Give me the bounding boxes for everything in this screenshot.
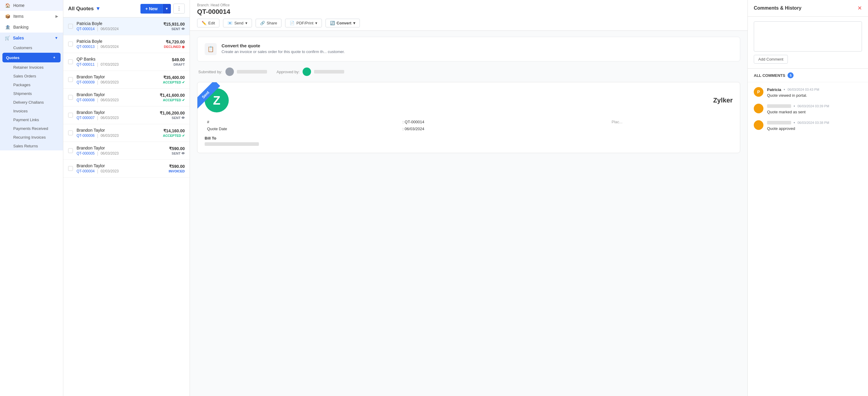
add-comment-button[interactable]: Add Comment	[754, 55, 788, 64]
send-button[interactable]: 📧 Send ▾	[223, 19, 252, 27]
quote-id[interactable]: QT-000011	[76, 62, 95, 67]
row-checkbox[interactable]	[68, 148, 73, 153]
row-checkbox[interactable]	[68, 59, 73, 64]
quote-customer-name: Brandon Taylor	[76, 163, 165, 168]
quote-customer-name: Patricia Boyle	[76, 21, 160, 26]
quote-date: 06/03/2023	[101, 80, 119, 84]
table-row[interactable]: Brandon Taylor QT-000009 | 06/03/2023 ₹3…	[63, 71, 190, 89]
quote-list: All Quotes ▼ + New ▾ ⋮ Patricia Boyle QT…	[63, 0, 190, 396]
table-row[interactable]: Patricia Boyle QT-000013 | 06/03/2024 ₹4…	[63, 35, 190, 53]
list-item: • 06/03/2024 03:38 PM Quote approved	[754, 120, 862, 131]
table-row[interactable]: Patricia Boyle QT-000014 | 06/03/2024 ₹1…	[63, 18, 190, 35]
sidebar-item-payments-received[interactable]: Payments Received	[0, 124, 63, 133]
add-quote-icon[interactable]: +	[52, 55, 57, 60]
table-row[interactable]: Brandon Taylor QT-000006 | 06/03/2023 ₹1…	[63, 124, 190, 142]
comment-text: Quote viewed in portal.	[767, 93, 862, 98]
row-checkbox[interactable]	[68, 166, 73, 171]
comment-body: Patricia • 06/03/2024 03:43 PM Quote vie…	[767, 87, 862, 98]
sidebar-item-delivery-challans[interactable]: Delivery Challans	[0, 98, 63, 107]
quote-amount-value: ₹4,720.00	[164, 39, 185, 44]
sidebar-item-home[interactable]: 🏠 Home	[0, 0, 63, 11]
table-row[interactable]: Brandon Taylor QT-000005 | 06/03/2023 ₹5…	[63, 142, 190, 160]
quote-info: Brandon Taylor QT-000007 | 06/03/2023	[76, 110, 156, 120]
kebab-menu-button[interactable]: ⋮	[173, 4, 185, 13]
quote-id[interactable]: QT-000008	[76, 98, 95, 102]
sidebar-item-sales-orders[interactable]: Sales Orders	[0, 72, 63, 81]
quote-customer-name: Brandon Taylor	[76, 146, 165, 150]
quote-customer-name: Patricia Boyle	[76, 39, 160, 44]
submitted-by-group: Submitted by:	[198, 67, 267, 76]
sidebar-item-items[interactable]: 📦 Items ▶	[0, 11, 63, 22]
quote-status: SENT 👁	[163, 27, 185, 31]
comment-textarea[interactable]	[754, 21, 862, 52]
sidebar-item-recurring-invoices[interactable]: Recurring Invoices	[0, 133, 63, 142]
company-name: Zylker	[713, 96, 733, 104]
table-row[interactable]: Brandon Taylor QT-000008 | 06/03/2023 ₹1…	[63, 89, 190, 106]
sidebar-item-retainer-invoices[interactable]: Retainer Invoices	[0, 63, 63, 72]
preview-details: # : QT-000014 Plac... Quote Date : 06/03…	[197, 118, 740, 153]
quote-info: QP Banks QT-000011 | 07/03/2023	[76, 57, 168, 67]
sidebar-item-customers[interactable]: Customers	[0, 43, 63, 52]
row-checkbox[interactable]	[68, 95, 73, 100]
new-dropdown-button[interactable]: ▾	[162, 4, 171, 13]
all-quotes-title: All Quotes ▼	[68, 6, 101, 12]
convert-box-description: Create an invoice or sales order for thi…	[221, 50, 345, 54]
close-button[interactable]: ✕	[858, 5, 862, 11]
edit-button[interactable]: ✏️ Edit	[197, 19, 219, 27]
quote-date-label-cell: Quote Date	[205, 125, 400, 132]
pdf-print-button[interactable]: 📄 PDF/Print ▾	[285, 19, 321, 27]
sidebar-item-shipments[interactable]: Shipments	[0, 89, 63, 98]
send-icon: 📧	[227, 21, 232, 25]
sidebar-item-quotes[interactable]: Quotes +	[2, 53, 61, 62]
sidebar-item-banking[interactable]: 🏦 Banking	[0, 22, 63, 33]
quote-id[interactable]: QT-000007	[76, 116, 95, 120]
convert-button[interactable]: 🔄 Convert ▾	[326, 19, 360, 27]
quote-id[interactable]: QT-000006	[76, 133, 95, 138]
quote-date: 02/03/2023	[101, 169, 119, 173]
quote-id[interactable]: QT-000009	[76, 80, 95, 84]
quote-id[interactable]: QT-000004	[76, 169, 95, 173]
sidebar-item-invoices[interactable]: Invoices	[0, 107, 63, 115]
quote-id[interactable]: QT-000013	[76, 44, 95, 49]
row-checkbox[interactable]	[68, 41, 73, 47]
quote-date: 07/03/2023	[101, 62, 119, 67]
row-checkbox[interactable]	[68, 130, 73, 135]
sidebar-item-sales-returns[interactable]: Sales Returns	[0, 142, 63, 150]
send-dropdown-icon: ▾	[245, 21, 247, 25]
share-button[interactable]: 🔗 Share	[255, 19, 282, 27]
comment-author-blurred	[767, 104, 791, 108]
comment-meta: • 06/03/2024 03:38 PM	[767, 120, 862, 125]
quote-amount-value: ₹1,41,600.00	[160, 93, 185, 98]
new-button[interactable]: + New	[141, 4, 162, 13]
quote-id[interactable]: QT-000014	[76, 27, 95, 31]
sidebar-item-sales[interactable]: 🛒 Sales ▼	[0, 33, 63, 43]
pdf-dropdown-icon: ▾	[315, 21, 317, 25]
quote-date-value-cell: : 06/03/2024	[400, 125, 609, 132]
avatar: P	[754, 87, 764, 97]
quote-date: 06/03/2024	[101, 44, 119, 49]
place-value-cell	[609, 125, 733, 132]
row-checkbox[interactable]	[68, 113, 73, 118]
sidebar-item-packages[interactable]: Packages	[0, 81, 63, 89]
sidebar-home-label: Home	[13, 3, 24, 8]
quote-amount: ₹1,41,600.00 ACCEPTED ✔	[160, 93, 185, 102]
quote-meta: QT-000011 | 07/03/2023	[76, 62, 168, 67]
sidebar-item-payment-links[interactable]: Payment Links	[0, 115, 63, 124]
bill-to-name	[205, 142, 259, 146]
quote-info: Brandon Taylor QT-000004 | 02/03/2023	[76, 163, 165, 174]
table-row: # : QT-000014 Plac...	[205, 118, 733, 125]
quote-amount-value: ₹15,931.00	[163, 22, 185, 27]
edit-icon: ✏️	[202, 21, 207, 25]
comments-panel: Comments & History ✕ Add Comment ALL COM…	[747, 0, 868, 396]
table-row[interactable]: Brandon Taylor QT-000007 | 06/03/2023 ₹1…	[63, 106, 190, 124]
quote-meta: QT-000014 | 06/03/2024	[76, 27, 160, 31]
table-row[interactable]: QP Banks QT-000011 | 07/03/2023 $49.00 D…	[63, 53, 190, 71]
row-checkbox[interactable]	[68, 24, 73, 29]
row-checkbox[interactable]	[68, 77, 73, 82]
dropdown-icon[interactable]: ▼	[96, 6, 101, 12]
sent-ribbon-label: Sent	[197, 82, 220, 110]
quote-id[interactable]: QT-000005	[76, 151, 95, 155]
table-row: Quote Date : 06/03/2024	[205, 125, 733, 132]
table-row[interactable]: Brandon Taylor QT-000004 | 02/03/2023 ₹5…	[63, 160, 190, 178]
bill-to-label: Bill To	[205, 136, 733, 141]
